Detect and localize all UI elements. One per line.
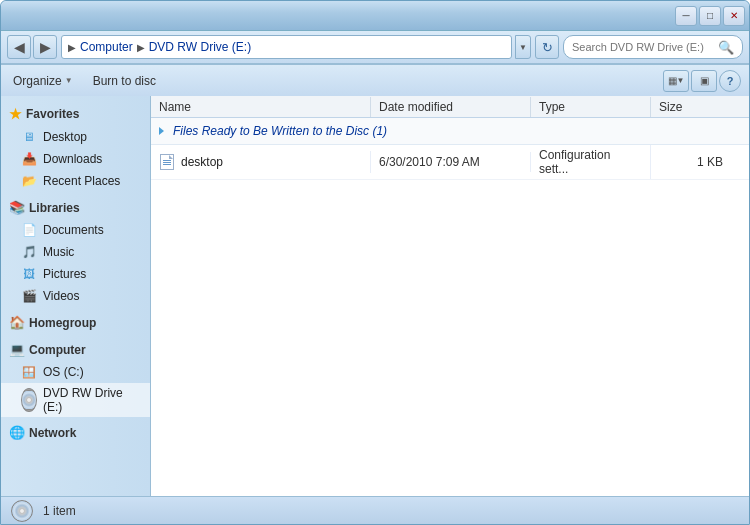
nav-buttons: ◀ ▶ [7, 35, 57, 59]
favorites-header[interactable]: ★ Favorites [1, 102, 150, 126]
command-bar: Organize ▼ Burn to disc ▦ ▼ ▣ ? [1, 64, 749, 96]
explorer-window: ─ □ ✕ ◀ ▶ ▶ Computer ▶ DVD RW Drive (E:)… [0, 0, 750, 525]
address-bar: ◀ ▶ ▶ Computer ▶ DVD RW Drive (E:) ▼ ↻ 🔍 [1, 31, 749, 63]
forward-button[interactable]: ▶ [33, 35, 57, 59]
videos-folder-icon: 🎬 [21, 288, 37, 304]
sidebar-item-downloads[interactable]: 📥 Downloads [1, 148, 150, 170]
network-label: Network [29, 426, 76, 440]
dvd-label: DVD RW Drive (E:) [43, 386, 142, 414]
favorites-icon: ★ [9, 106, 22, 122]
path-computer[interactable]: Computer [80, 40, 133, 54]
computer-label: Computer [29, 343, 86, 357]
organize-dropdown-arrow: ▼ [65, 76, 73, 85]
music-folder-icon: 🎵 [21, 244, 37, 260]
content-area: Name Date modified Type Size Files Ready… [151, 96, 749, 496]
file-type-cell: Configuration sett... [531, 145, 651, 179]
views-arrow: ▼ [677, 76, 685, 85]
toolbar-area: ◀ ▶ ▶ Computer ▶ DVD RW Drive (E:) ▼ ↻ 🔍 [1, 31, 749, 64]
address-dropdown[interactable]: ▼ [515, 35, 531, 59]
column-date[interactable]: Date modified [371, 97, 531, 117]
homegroup-header[interactable]: 🏠 Homegroup [1, 311, 150, 334]
burn-label: Burn to disc [93, 74, 156, 88]
organize-label: Organize [13, 74, 62, 88]
sidebar-item-pictures[interactable]: 🖼 Pictures [1, 263, 150, 285]
dvd-drive-icon [21, 392, 37, 408]
organize-button[interactable]: Organize ▼ [9, 72, 77, 90]
sidebar-item-videos[interactable]: 🎬 Videos [1, 285, 150, 307]
column-name[interactable]: Name [151, 97, 371, 117]
libraries-header[interactable]: 📚 Libraries [1, 196, 150, 219]
videos-label: Videos [43, 289, 79, 303]
search-box[interactable]: 🔍 [563, 35, 743, 59]
section-header-text: Files Ready to Be Written to the Disc (1… [173, 124, 387, 138]
disc-section-header[interactable]: Files Ready to Be Written to the Disc (1… [151, 118, 749, 145]
desktop-label: Desktop [43, 130, 87, 144]
status-dvd-icon [11, 500, 33, 522]
sidebar-item-recent-places[interactable]: 📂 Recent Places [1, 170, 150, 192]
recent-places-label: Recent Places [43, 174, 120, 188]
computer-icon: 💻 [9, 342, 25, 357]
search-input[interactable] [572, 41, 714, 53]
sidebar-item-os-c[interactable]: 🪟 OS (C:) [1, 361, 150, 383]
views-button[interactable]: ▦ ▼ [663, 70, 689, 92]
network-header[interactable]: 🌐 Network [1, 421, 150, 444]
minimize-button[interactable]: ─ [675, 6, 697, 26]
sidebar-item-documents[interactable]: 📄 Documents [1, 219, 150, 241]
desktop-folder-icon: 🖥 [21, 129, 37, 145]
music-label: Music [43, 245, 74, 259]
sidebar-item-music[interactable]: 🎵 Music [1, 241, 150, 263]
titlebar: ─ □ ✕ [1, 1, 749, 31]
favorites-label: Favorites [26, 107, 79, 121]
column-size[interactable]: Size [651, 97, 731, 117]
file-date-cell: 6/30/2010 7:09 AM [371, 152, 531, 172]
path-drive[interactable]: DVD RW Drive (E:) [149, 40, 251, 54]
burn-to-disc-button[interactable]: Burn to disc [89, 72, 160, 90]
libraries-icon: 📚 [9, 200, 25, 215]
address-path[interactable]: ▶ Computer ▶ DVD RW Drive (E:) [61, 35, 512, 59]
sidebar-item-desktop[interactable]: 🖥 Desktop [1, 126, 150, 148]
homegroup-label: Homegroup [29, 316, 96, 330]
computer-header[interactable]: 💻 Computer [1, 338, 150, 361]
close-button[interactable]: ✕ [723, 6, 745, 26]
table-row[interactable]: desktop 6/30/2010 7:09 AM Configuration … [151, 145, 749, 180]
view-icons: ▦ ▼ ▣ ? [663, 70, 741, 92]
sidebar: ★ Favorites 🖥 Desktop 📥 Downloads 📂 Rece… [1, 96, 151, 496]
section-arrow-icon [159, 127, 167, 135]
window-controls: ─ □ ✕ [675, 6, 745, 26]
restore-button[interactable]: □ [699, 6, 721, 26]
file-name-cell: desktop [151, 151, 371, 173]
os-drive-icon: 🪟 [21, 364, 37, 380]
downloads-folder-icon: 📥 [21, 151, 37, 167]
pictures-label: Pictures [43, 267, 86, 281]
computer-section: 💻 Computer 🪟 OS (C:) DVD RW Drive (E:) [1, 338, 150, 417]
libraries-label: Libraries [29, 201, 80, 215]
file-name: desktop [181, 155, 223, 169]
refresh-button[interactable]: ↻ [535, 35, 559, 59]
recent-places-folder-icon: 📂 [21, 173, 37, 189]
search-icon[interactable]: 🔍 [718, 40, 734, 55]
path-arrow: ▶ [68, 42, 76, 53]
views-icon: ▦ [668, 75, 677, 86]
sidebar-item-dvd[interactable]: DVD RW Drive (E:) [1, 383, 150, 417]
network-icon: 🌐 [9, 425, 25, 440]
main-area: ★ Favorites 🖥 Desktop 📥 Downloads 📂 Rece… [1, 96, 749, 496]
documents-folder-icon: 📄 [21, 222, 37, 238]
homegroup-icon: 🏠 [9, 315, 25, 330]
pictures-folder-icon: 🖼 [21, 266, 37, 282]
status-bar: 1 item [1, 496, 749, 524]
help-button[interactable]: ? [719, 70, 741, 92]
network-section: 🌐 Network [1, 421, 150, 444]
os-c-label: OS (C:) [43, 365, 84, 379]
favorites-section: ★ Favorites 🖥 Desktop 📥 Downloads 📂 Rece… [1, 102, 150, 192]
file-size-cell: 1 KB [651, 152, 731, 172]
column-type[interactable]: Type [531, 97, 651, 117]
documents-label: Documents [43, 223, 104, 237]
libraries-section: 📚 Libraries 📄 Documents 🎵 Music 🖼 Pictur… [1, 196, 150, 307]
preview-pane-icon: ▣ [700, 75, 709, 86]
back-button[interactable]: ◀ [7, 35, 31, 59]
preview-pane-button[interactable]: ▣ [691, 70, 717, 92]
path-separator: ▶ [137, 42, 145, 53]
table-header: Name Date modified Type Size [151, 96, 749, 118]
homegroup-section: 🏠 Homegroup [1, 311, 150, 334]
status-item-count: 1 item [43, 504, 76, 518]
